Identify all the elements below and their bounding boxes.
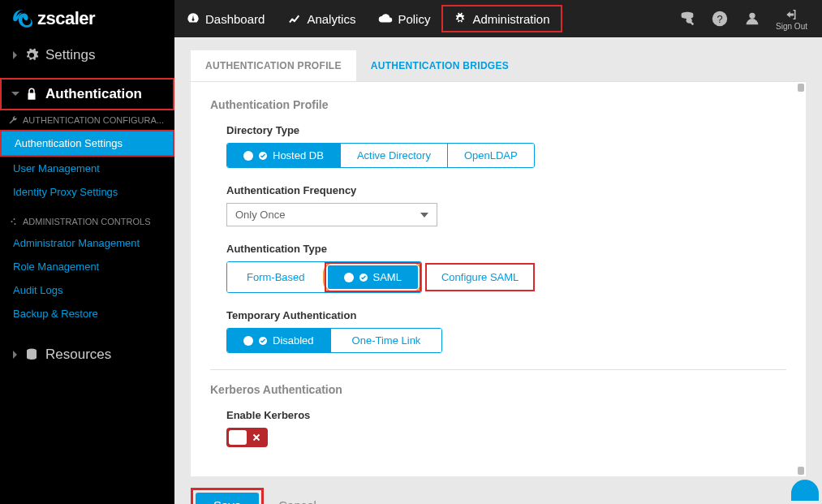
svg-point-2 (14, 218, 15, 220)
field-directory-type: Directory Type Hosted DB Active Director… (210, 124, 786, 168)
nav-dashboard[interactable]: Dashboard (174, 0, 276, 37)
check-circle-icon (258, 151, 268, 161)
content-tabs: AUTHENTICATION PROFILE AUTHENTICATION BR… (191, 50, 806, 81)
panel-scrollbar[interactable] (796, 82, 806, 476)
label-enable-kerberos: Enable Kerberos (226, 409, 786, 421)
seg-option-active-directory[interactable]: Active Directory (340, 144, 447, 167)
sidebar-link-identity-proxy[interactable]: Identity Proxy Settings (0, 180, 174, 204)
label-auth-type: Authentication Type (226, 243, 786, 255)
label-auth-frequency: Authentication Frequency (226, 184, 786, 196)
sidebar-subhead-auth-config: AUTHENTICATION CONFIGURA... (0, 110, 174, 130)
sidebar-cat-authentication-highlight: Authentication (0, 78, 174, 110)
svg-point-4 (15, 223, 16, 225)
nav-administration-highlight: Administration (441, 5, 562, 32)
divider (210, 369, 786, 370)
field-enable-kerberos: Enable Kerberos (210, 409, 786, 447)
select-auth-frequency-value: Only Once (235, 209, 285, 221)
nav-analytics[interactable]: Analytics (276, 0, 367, 37)
chevron-right-icon (11, 51, 19, 59)
select-auth-frequency[interactable]: Only Once (226, 203, 437, 226)
seg-option-openldap[interactable]: OpenLDAP (447, 144, 534, 167)
sidebar-cat-settings[interactable]: Settings (0, 37, 174, 73)
chart-line-icon (287, 11, 302, 26)
chevron-down-icon (11, 90, 19, 98)
seg-option-saml[interactable]: SAML (328, 265, 418, 289)
app-header: zscaler Dashboard Analytics Policy Admin… (0, 0, 822, 37)
auth-profile-panel: Authentication Profile Directory Type Ho… (191, 81, 806, 476)
seg-option-saml-red-highlight: SAML (325, 262, 421, 292)
field-auth-type: Authentication Type Form-Based SAML (210, 243, 786, 293)
header-right: ? Sign Out (678, 0, 822, 37)
nav-policy[interactable]: Policy (367, 0, 441, 37)
section-title-kerberos: Kerberos Authentication (210, 383, 786, 396)
check-circle-icon (258, 336, 268, 346)
floating-help-button[interactable] (791, 480, 819, 501)
svg-point-3 (11, 221, 13, 222)
lock-icon (24, 87, 39, 101)
seg-temp-auth: Disabled One-Time Link (226, 328, 442, 353)
user-icon[interactable] (743, 10, 761, 28)
activation-icon[interactable] (678, 10, 696, 28)
section-title-auth-profile: Authentication Profile (210, 98, 786, 111)
scroll-arrow-up-icon[interactable] (798, 84, 804, 92)
help-icon[interactable]: ? (711, 10, 729, 28)
label-directory-type: Directory Type (226, 124, 786, 136)
sidebar-link-auth-settings-highlight: Authentication Settings (0, 130, 174, 157)
zscaler-swirl-icon (11, 8, 32, 29)
toggle-enable-kerberos[interactable] (226, 428, 268, 447)
wrench-icon (8, 115, 18, 125)
link-configure-saml[interactable]: Configure SAML (441, 271, 519, 283)
sidebar: Settings Authentication AUTHENTICATION C… (0, 37, 174, 504)
nav-administration[interactable]: Administration (445, 11, 557, 26)
seg-option-saml-orange-highlight: SAML (323, 261, 422, 293)
sidebar-link-backup-restore[interactable]: Backup & Restore (0, 302, 174, 325)
gear-icon (24, 48, 39, 62)
gears-icon (453, 11, 467, 26)
svg-text:?: ? (717, 13, 723, 25)
sidebar-subhead-admin-controls: ADMINISTRATION CONTROLS (0, 212, 174, 231)
close-icon (252, 433, 261, 442)
signout-icon (785, 7, 799, 22)
check-circle-icon (359, 273, 368, 282)
cancel-button[interactable]: Cancel (278, 498, 316, 504)
sidebar-link-role-management[interactable]: Role Management (0, 255, 174, 278)
brand-name: zscaler (37, 8, 95, 29)
field-temp-auth: Temporary Authentication Disabled One-Ti… (210, 309, 786, 353)
sidebar-link-auth-settings[interactable]: Authentication Settings (2, 131, 173, 155)
tab-authentication-profile[interactable]: AUTHENTICATION PROFILE (191, 50, 356, 81)
gauge-icon (186, 11, 200, 26)
sidebar-cat-resources[interactable]: Resources (0, 337, 174, 373)
cloud-icon (378, 11, 393, 26)
signout-button[interactable]: Sign Out (776, 7, 807, 31)
save-button-highlight: Save (191, 488, 264, 504)
sliders-icon (8, 217, 18, 226)
sidebar-link-user-management[interactable]: User Management (0, 157, 174, 180)
tab-authentication-bridges[interactable]: AUTHENTICATION BRIDGES (356, 50, 523, 81)
seg-directory-type: Hosted DB Active Directory OpenLDAP (226, 143, 535, 168)
save-button[interactable]: Save (196, 493, 259, 504)
label-temp-auth: Temporary Authentication (226, 309, 786, 321)
chevron-right-icon (11, 351, 19, 359)
field-auth-frequency: Authentication Frequency Only Once (210, 184, 786, 226)
dropdown-caret-icon (420, 213, 428, 218)
scroll-arrow-down-icon[interactable] (798, 467, 804, 475)
footer-actions: Save Cancel (191, 488, 806, 504)
sidebar-link-admin-management[interactable]: Administrator Management (0, 231, 174, 255)
seg-option-hosted-db[interactable]: Hosted DB (227, 144, 340, 167)
sidebar-cat-authentication[interactable]: Authentication (2, 80, 173, 109)
sidebar-link-audit-logs[interactable]: Audit Logs (0, 278, 174, 302)
database-icon (24, 347, 39, 362)
brand-logo: zscaler (0, 0, 174, 37)
seg-option-disabled[interactable]: Disabled (227, 329, 330, 352)
seg-option-form-based[interactable]: Form-Based (227, 262, 325, 292)
seg-option-onetime-link[interactable]: One-Time Link (330, 329, 442, 352)
toggle-knob (229, 430, 247, 445)
content-area: AUTHENTICATION PROFILE AUTHENTICATION BR… (174, 37, 822, 504)
seg-auth-type: Form-Based SAML (226, 261, 422, 293)
top-nav: Dashboard Analytics Policy Administratio… (174, 0, 562, 37)
configure-saml-highlight: Configure SAML (425, 263, 535, 291)
